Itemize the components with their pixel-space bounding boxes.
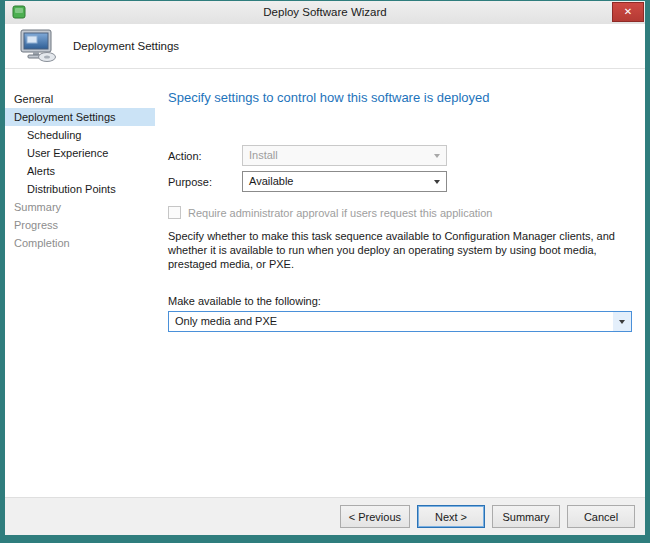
title-bar[interactable]: Deploy Software Wizard ✕ [5, 1, 645, 24]
make-available-select[interactable]: Only media and PXE [168, 311, 632, 332]
make-available-value: Only media and PXE [169, 312, 613, 331]
sidebar-item-general[interactable]: General [5, 90, 155, 108]
approval-checkbox-label: Require administrator approval if users … [188, 207, 493, 219]
wizard-steps-sidebar: General Deployment Settings Scheduling U… [5, 69, 155, 497]
sidebar-item-alerts[interactable]: Alerts [5, 162, 155, 180]
sidebar-item-progress: Progress [5, 216, 155, 234]
sidebar-item-completion: Completion [5, 234, 155, 252]
sidebar-item-deployment-settings[interactable]: Deployment Settings [5, 108, 155, 126]
wizard-footer: < Previous Next > Summary Cancel [5, 497, 645, 535]
close-icon: ✕ [624, 6, 632, 17]
chevron-down-icon [428, 172, 446, 191]
sidebar-item-summary: Summary [5, 198, 155, 216]
page-heading: Specify settings to control how this sof… [168, 90, 632, 105]
action-select: Install [242, 145, 447, 166]
chevron-down-icon [613, 312, 631, 331]
purpose-row: Purpose: Available [168, 171, 632, 192]
purpose-select[interactable]: Available [242, 171, 447, 192]
cancel-button[interactable]: Cancel [567, 505, 635, 528]
make-available-label: Make available to the following: [168, 295, 632, 307]
header-title: Deployment Settings [73, 40, 179, 52]
content-panel: Specify settings to control how this sof… [155, 69, 645, 497]
approval-checkbox-row: Require administrator approval if users … [168, 206, 632, 219]
chevron-down-icon [428, 146, 446, 165]
action-label: Action: [168, 150, 242, 162]
sidebar-item-user-experience[interactable]: User Experience [5, 144, 155, 162]
close-button[interactable]: ✕ [612, 2, 644, 22]
sidebar-item-scheduling[interactable]: Scheduling [5, 126, 155, 144]
deployment-settings-icon [17, 28, 57, 64]
purpose-value: Available [243, 172, 428, 191]
summary-button[interactable]: Summary [492, 505, 560, 528]
wizard-body: General Deployment Settings Scheduling U… [5, 69, 645, 497]
description-text: Specify whether to make this task sequen… [168, 229, 632, 271]
action-row: Action: Install [168, 145, 632, 166]
previous-button[interactable]: < Previous [340, 505, 410, 528]
sidebar-item-distribution-points[interactable]: Distribution Points [5, 180, 155, 198]
purpose-label: Purpose: [168, 176, 242, 188]
deploy-software-wizard-window: Deploy Software Wizard ✕ Deployment Sett… [0, 0, 650, 543]
action-value: Install [243, 146, 428, 165]
wizard-header: Deployment Settings [5, 24, 645, 69]
window-title: Deploy Software Wizard [5, 1, 645, 24]
approval-checkbox [168, 206, 181, 219]
next-button[interactable]: Next > [417, 505, 485, 528]
